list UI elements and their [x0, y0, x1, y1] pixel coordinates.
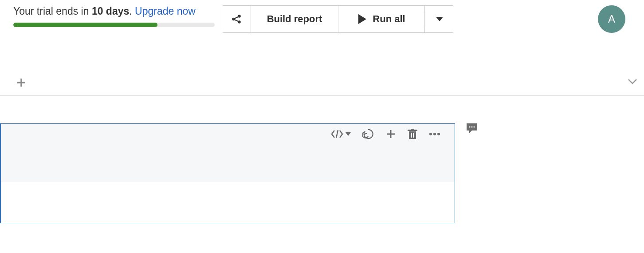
- trial-prefix: Your trial ends in: [13, 5, 92, 17]
- trial-notice: Your trial ends in 10 days. Upgrade now: [13, 5, 215, 27]
- code-cell[interactable]: [0, 123, 455, 223]
- svg-rect-12: [408, 130, 417, 131]
- cell-input-area[interactable]: [1, 124, 455, 182]
- trial-suffix: .: [129, 5, 135, 17]
- svg-line-7: [336, 130, 338, 138]
- upgrade-link[interactable]: Upgrade now: [135, 5, 196, 17]
- collapse-section-button[interactable]: [628, 79, 637, 85]
- avatar[interactable]: A: [598, 5, 625, 33]
- chevron-down-icon: [628, 79, 637, 85]
- svg-rect-11: [409, 131, 416, 139]
- share-icon: [231, 13, 242, 25]
- svg-point-17: [433, 133, 436, 135]
- cell-type-dropdown[interactable]: [330, 129, 351, 139]
- svg-point-16: [429, 133, 432, 135]
- trial-days: 10 days: [92, 5, 129, 17]
- build-report-button[interactable]: Build report: [251, 6, 338, 32]
- comment-button[interactable]: [466, 123, 478, 134]
- svg-point-2: [238, 20, 241, 24]
- run-dropdown-button[interactable]: [425, 6, 454, 32]
- svg-rect-14: [411, 133, 412, 138]
- svg-point-0: [232, 18, 235, 21]
- caret-down-icon: [346, 132, 351, 136]
- toolbar: Build report Run all: [222, 5, 454, 33]
- svg-point-19: [469, 126, 470, 127]
- cell-wrapper: [0, 123, 644, 223]
- trial-progress-bar: [13, 23, 215, 27]
- svg-point-20: [471, 126, 472, 127]
- more-icon: [429, 132, 440, 136]
- svg-point-21: [473, 126, 475, 127]
- build-report-label: Build report: [267, 13, 322, 25]
- more-options-button[interactable]: [429, 132, 440, 136]
- assistant-button[interactable]: [362, 128, 374, 140]
- cell-output-area: [1, 182, 455, 223]
- delete-cell-button[interactable]: [408, 129, 417, 139]
- svg-marker-3: [358, 14, 366, 24]
- trial-progress-fill: [13, 23, 157, 27]
- run-all-label: Run all: [373, 13, 405, 25]
- caret-down-icon: [436, 17, 443, 21]
- comment-icon: [466, 123, 478, 134]
- svg-marker-4: [436, 17, 443, 21]
- plus-icon: [16, 77, 27, 88]
- play-icon: [357, 14, 366, 24]
- share-button[interactable]: [222, 6, 251, 32]
- swirl-icon: [362, 128, 374, 140]
- plus-icon: [385, 129, 396, 139]
- add-cell-button[interactable]: [385, 129, 396, 139]
- trial-text: Your trial ends in 10 days. Upgrade now: [13, 5, 215, 17]
- run-all-button[interactable]: Run all: [338, 6, 425, 32]
- add-section-button[interactable]: [16, 77, 27, 88]
- code-icon: [330, 129, 344, 139]
- avatar-initial: A: [608, 13, 615, 25]
- svg-marker-8: [346, 132, 351, 136]
- section-header: [0, 77, 644, 96]
- svg-point-18: [437, 133, 440, 135]
- svg-rect-13: [411, 129, 414, 130]
- svg-point-1: [238, 15, 241, 18]
- cell-toolbar: [330, 128, 440, 140]
- svg-rect-15: [413, 133, 414, 138]
- trash-icon: [408, 129, 417, 139]
